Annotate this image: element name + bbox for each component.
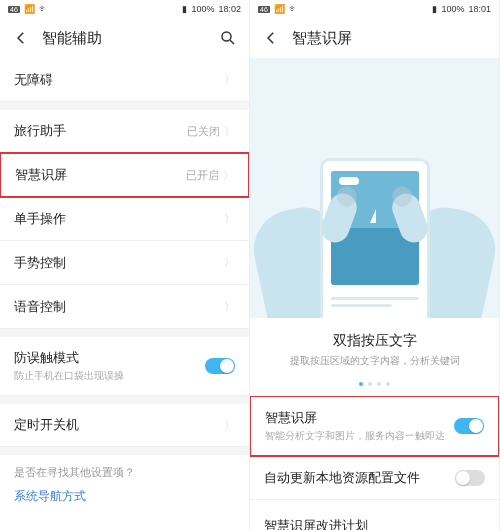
chevron-right-icon: 〉 <box>223 168 234 183</box>
clock: 18:01 <box>468 4 491 14</box>
settings-list: 智慧识屏 智能分析文字和图片，服务内容一触即达 自动更新本地资源配置文件 智慧识… <box>250 396 499 530</box>
row-label: 单手操作 <box>14 210 224 228</box>
back-icon[interactable] <box>12 29 30 47</box>
hint-text: 是否在寻找其他设置项？ <box>14 465 235 480</box>
other-settings-hint: 是否在寻找其他设置项？ 系统导航方式 <box>0 447 249 515</box>
row-sublabel: 智能分析文字和图片，服务内容一触即达 <box>265 429 454 443</box>
clock: 18:02 <box>218 4 241 14</box>
battery-percent: 100% <box>441 4 464 14</box>
page-indicator[interactable] <box>250 376 499 396</box>
page-header: 智慧识屏 <box>250 18 499 58</box>
toggle-mistouch[interactable] <box>205 358 235 374</box>
dot <box>368 382 372 386</box>
search-icon[interactable] <box>219 29 237 47</box>
settings-list: 无障碍 〉 旅行助手 已关闭 〉 智慧识屏 已开启 〉 单手操作 〉 手势控制 … <box>0 58 249 530</box>
page-header: 智能辅助 <box>0 18 249 58</box>
row-hivision[interactable]: 智慧识屏 已开启 〉 <box>0 152 249 198</box>
chevron-right-icon: 〉 <box>224 299 235 314</box>
signal-icon: 📶 <box>274 4 285 14</box>
row-hivision-toggle[interactable]: 智慧识屏 智能分析文字和图片，服务内容一触即达 <box>250 396 499 457</box>
battery-icon: ▮ <box>182 4 187 14</box>
dot <box>386 382 390 386</box>
row-label: 防误触模式 <box>14 349 205 367</box>
row-label: 自动更新本地资源配置文件 <box>264 469 455 487</box>
toggle-autoupdate[interactable] <box>455 470 485 486</box>
chevron-right-icon: 〉 <box>224 255 235 270</box>
row-improvement-plan[interactable]: 智慧识屏改进计划 <box>250 500 499 530</box>
system-navigation-link[interactable]: 系统导航方式 <box>14 488 235 505</box>
row-label: 手势控制 <box>14 254 224 272</box>
dot <box>359 382 363 386</box>
row-label: 语音控制 <box>14 298 224 316</box>
svg-point-0 <box>222 32 231 41</box>
signal-icon: 📶 <box>24 4 35 14</box>
row-status: 已关闭 <box>187 124 220 139</box>
back-icon[interactable] <box>262 29 280 47</box>
battery-percent: 100% <box>191 4 214 14</box>
wifi-icon: ᯤ <box>289 4 298 14</box>
page-title: 智慧识屏 <box>292 29 487 48</box>
row-auto-update[interactable]: 自动更新本地资源配置文件 <box>250 456 499 500</box>
row-voice[interactable]: 语音控制 〉 <box>0 285 249 329</box>
row-label: 旅行助手 <box>14 122 187 140</box>
feature-promo: 双指按压文字 提取按压区域的文字内容，分析关键词 <box>250 318 499 376</box>
phone-left: 46 📶 ᯤ ▮ 100% 18:02 智能辅助 无障碍 〉 旅行助手 已关闭 … <box>0 0 250 530</box>
network-badge: 46 <box>258 6 270 13</box>
chevron-right-icon: 〉 <box>224 418 235 433</box>
status-bar: 46 📶 ᯤ ▮ 100% 18:01 <box>250 0 499 18</box>
promo-subtitle: 提取按压区域的文字内容，分析关键词 <box>270 354 479 368</box>
dot <box>377 382 381 386</box>
row-status: 已开启 <box>186 168 219 183</box>
row-label: 无障碍 <box>14 71 224 89</box>
row-gesture[interactable]: 手势控制 〉 <box>0 241 249 285</box>
row-timer[interactable]: 定时开关机 〉 <box>0 396 249 447</box>
row-label: 智慧识屏 <box>15 166 186 184</box>
row-accessibility[interactable]: 无障碍 〉 <box>0 58 249 102</box>
page-title: 智能辅助 <box>42 29 207 48</box>
row-onehand[interactable]: 单手操作 〉 <box>0 197 249 241</box>
chevron-right-icon: 〉 <box>224 211 235 226</box>
status-bar: 46 📶 ᯤ ▮ 100% 18:02 <box>0 0 249 18</box>
wifi-icon: ᯤ <box>39 4 48 14</box>
row-travel-assistant[interactable]: 旅行助手 已关闭 〉 <box>0 102 249 153</box>
row-label: 智慧识屏改进计划 <box>264 517 485 530</box>
toggle-hivision[interactable] <box>454 418 484 434</box>
battery-icon: ▮ <box>432 4 437 14</box>
chevron-right-icon: 〉 <box>224 72 235 87</box>
phone-right: 46 📶 ᯤ ▮ 100% 18:01 智慧识屏 双指按压文字 提取按压区域 <box>250 0 500 530</box>
row-label: 定时开关机 <box>14 416 224 434</box>
row-sublabel: 防止手机在口袋出现误操 <box>14 369 205 383</box>
chevron-right-icon: 〉 <box>224 124 235 139</box>
row-mistouch[interactable]: 防误触模式 防止手机在口袋出现误操 <box>0 329 249 396</box>
feature-illustration <box>250 58 499 318</box>
network-badge: 46 <box>8 6 20 13</box>
row-label: 智慧识屏 <box>265 409 454 427</box>
promo-title: 双指按压文字 <box>270 332 479 350</box>
